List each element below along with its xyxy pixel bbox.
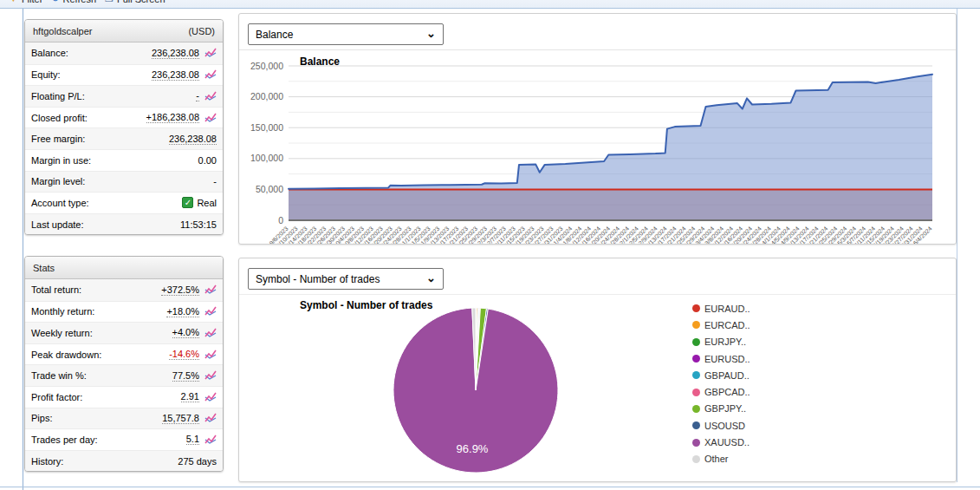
row-value[interactable]: +186,238.08 xyxy=(146,112,199,123)
row-label: Equity: xyxy=(31,69,61,80)
table-row: Weekly return:+4.0% xyxy=(25,322,223,343)
row-value[interactable]: -14.6% xyxy=(169,349,199,360)
row-label: Monthly return: xyxy=(31,306,94,317)
row-value[interactable]: 236,238.08 xyxy=(152,48,199,59)
balance-dropdown-value: Balance xyxy=(256,29,293,41)
row-value[interactable]: +4.0% xyxy=(172,327,200,338)
legend-item-usousd[interactable]: USOUSD xyxy=(692,417,750,434)
row-label: Weekly return: xyxy=(31,328,93,338)
legend-item-gbpcad[interactable]: GBPCAD.. xyxy=(692,383,750,400)
mini-chart-icon[interactable] xyxy=(204,392,217,402)
row-value[interactable]: +18.0% xyxy=(166,306,199,317)
table-row: Monthly return:+18.0% xyxy=(25,301,223,323)
table-row: Account type:✓Real xyxy=(25,192,223,213)
legend-item-xauusd[interactable]: XAUUSD.. xyxy=(692,434,750,450)
mini-chart-icon[interactable] xyxy=(204,69,217,80)
row-value[interactable]: 236,238.08 xyxy=(152,69,199,81)
row-value[interactable]: - xyxy=(196,90,199,101)
mini-chart-icon[interactable] xyxy=(204,434,217,445)
legend-color-dot xyxy=(692,321,700,329)
row-label: Pips: xyxy=(31,413,52,423)
account-currency: (USD) xyxy=(188,26,215,36)
row-label: Profit factor: xyxy=(31,392,82,402)
pie-legend: EURAUD..EURCAD..EURJPY..EURUSD..GBPAUD..… xyxy=(692,300,750,467)
table-row: Profit factor:2.91 xyxy=(25,386,223,408)
mini-chart-icon[interactable] xyxy=(204,306,217,317)
legend-item-gbpjpy[interactable]: GBPJPY.. xyxy=(692,401,750,417)
pie-chart-dropdown[interactable]: Symbol - Number of trades ⌄ xyxy=(248,268,444,290)
legend-item-eurusd[interactable]: EURUSD.. xyxy=(692,350,750,367)
row-value: Real xyxy=(197,198,217,208)
legend-label: USOUSD xyxy=(704,421,745,431)
y-axis-tick: 0 xyxy=(278,215,283,225)
table-row: Last update:11:53:15 xyxy=(25,213,223,235)
legend-label: EURUSD.. xyxy=(704,354,750,364)
row-value[interactable]: 2.91 xyxy=(181,391,199,402)
legend-label: GBPAUD.. xyxy=(704,370,750,381)
pie-slice-percentage-label: 96.9% xyxy=(457,442,489,455)
row-value: 275 days xyxy=(178,456,217,467)
legend-label: EURCAD.. xyxy=(704,320,750,330)
y-axis-tick: 100,000 xyxy=(250,153,283,163)
frame-border-top xyxy=(0,8,980,9)
mini-chart-icon[interactable] xyxy=(204,350,217,360)
table-row: Balance:236,238.08 xyxy=(25,42,223,64)
stats-panel: Stats Total return:+372.5%Monthly return… xyxy=(24,256,224,472)
mini-chart-icon[interactable] xyxy=(204,91,217,101)
row-label: Trade win %: xyxy=(31,370,87,381)
mini-chart-icon[interactable] xyxy=(204,370,217,381)
row-value[interactable]: 236,238.08 xyxy=(169,134,217,145)
legend-color-dot xyxy=(692,421,700,429)
symbol-pie-chart: 96.9% xyxy=(239,297,690,483)
table-row: Peak drawdown:-14.6% xyxy=(25,343,223,365)
refresh-button[interactable]: ↻ Refresh xyxy=(51,0,96,4)
row-label: Balance: xyxy=(31,48,68,58)
mini-chart-icon[interactable] xyxy=(204,328,217,338)
table-row: Total return:+372.5% xyxy=(25,279,223,301)
row-label: Margin in use: xyxy=(31,155,91,166)
filter-button[interactable]: ▼ Filter xyxy=(9,0,42,4)
y-axis-tick: 150,000 xyxy=(250,122,283,133)
row-label: Closed profit: xyxy=(31,113,88,123)
stats-rows: Total return:+372.5%Monthly return:+18.0… xyxy=(25,279,223,471)
mini-chart-icon[interactable] xyxy=(204,113,217,123)
stats-panel-header: Stats xyxy=(25,257,223,279)
pie-chart-panel: Symbol - Number of trades ⌄ Symbol - Num… xyxy=(238,258,957,482)
table-row: Floating P/L:- xyxy=(25,85,223,107)
legend-item-eurcad[interactable]: EURCAD.. xyxy=(692,317,750,333)
legend-item-eurjpy[interactable]: EURJPY.. xyxy=(692,334,750,350)
y-axis-tick: 50,000 xyxy=(256,184,283,194)
account-rows: Balance:236,238.08Equity:236,238.08Float… xyxy=(25,42,223,234)
row-label: Total return: xyxy=(31,284,81,295)
row-value: 0.00 xyxy=(198,155,217,166)
app-window: ▼ Filter ↻ Refresh ❐ Full Screen hftgold… xyxy=(0,0,980,490)
filter-icon: ▼ xyxy=(9,0,18,3)
legend-color-dot xyxy=(692,371,700,379)
pie-dropdown-value: Symbol - Number of trades xyxy=(256,273,380,285)
mini-chart-icon[interactable] xyxy=(204,284,217,295)
legend-item-gbpaud[interactable]: GBPAUD.. xyxy=(692,367,750,383)
row-label: Peak drawdown: xyxy=(31,350,101,360)
fullscreen-icon: ❐ xyxy=(105,0,114,3)
row-value[interactable]: +372.5% xyxy=(161,284,199,296)
stats-title: Stats xyxy=(33,263,55,273)
legend-color-dot xyxy=(692,405,700,413)
legend-item-euraud[interactable]: EURAUD.. xyxy=(692,300,750,317)
row-value[interactable]: 5.1 xyxy=(186,434,199,445)
chevron-down-icon: ⌄ xyxy=(426,271,436,284)
row-label: Floating P/L: xyxy=(31,91,85,101)
account-name: hftgoldscalper xyxy=(33,26,93,36)
chevron-down-icon: ⌄ xyxy=(426,27,436,40)
row-value[interactable]: 15,757.8 xyxy=(162,413,199,424)
table-row: History:275 days xyxy=(25,450,223,472)
table-row: Trades per day:5.1 xyxy=(25,428,223,450)
row-value[interactable]: 77.5% xyxy=(172,370,199,382)
mini-chart-icon[interactable] xyxy=(204,413,217,423)
balance-chart-dropdown[interactable]: Balance ⌄ xyxy=(248,23,444,45)
refresh-label: Refresh xyxy=(63,0,97,4)
table-row: Pips:15,757.8 xyxy=(25,408,223,429)
fullscreen-button[interactable]: ❐ Full Screen xyxy=(105,0,165,4)
mini-chart-icon[interactable] xyxy=(204,48,217,58)
legend-item-other[interactable]: Other xyxy=(692,451,750,467)
fullscreen-label: Full Screen xyxy=(117,0,165,4)
